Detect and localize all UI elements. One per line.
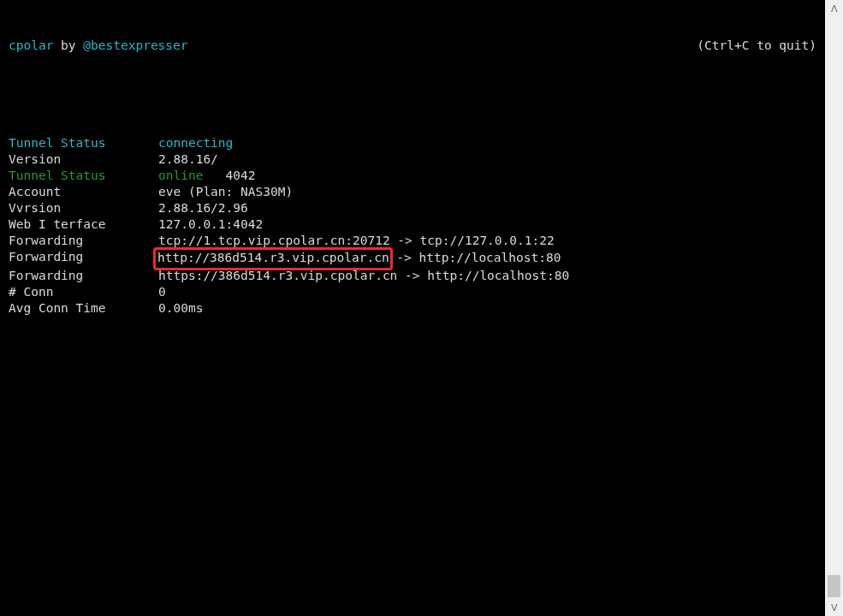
row-value: 127.0.0.1:4042 xyxy=(158,216,263,233)
status-row: Forwardingtcp://1.tcp.vip.cpolar.cn:2071… xyxy=(9,233,816,249)
status-row: Forwardinghttp://386d514.r3.vip.cpolar.c… xyxy=(9,249,816,268)
row-label: Web I terface xyxy=(9,216,158,233)
app-name: cpolar xyxy=(9,38,53,52)
row-value: connecting xyxy=(158,135,233,151)
status-row: Version2.88.16/ xyxy=(9,151,816,168)
scroll-up-icon[interactable]: ᐱ xyxy=(825,0,843,17)
app-container: cpolar by @bestexpresser (Ctrl+C to quit… xyxy=(0,0,843,616)
row-label: Forwarding xyxy=(9,233,158,249)
status-row: Web I terface127.0.0.1:4042 xyxy=(9,216,816,233)
status-rows: Tunnel StatusconnectingVersion2.88.16/Tu… xyxy=(9,135,816,317)
row-value: http://386d514.r3.vip.cpolar.cn -> http:… xyxy=(158,249,561,268)
row-label: Tunnel Status xyxy=(9,135,158,151)
status-row: Accounteve (Plan: NAS30M) xyxy=(9,184,816,200)
status-row: Avg Conn Time0.00ms xyxy=(9,300,816,317)
row-label: Version xyxy=(9,151,158,168)
app-title: cpolar by @bestexpresser xyxy=(9,38,188,54)
row-value-suffix: -> http://localhost:80 xyxy=(389,251,561,264)
status-row: Forwardinghttps://386d514.r3.vip.cpolar.… xyxy=(9,268,816,284)
row-value: 0 xyxy=(158,284,166,300)
row-label: Account xyxy=(9,184,158,200)
row-label: Avg Conn Time xyxy=(9,300,158,317)
scroll-down-icon[interactable]: ᐯ xyxy=(825,599,843,616)
row-label: # Conn xyxy=(9,284,158,300)
terminal-panel[interactable]: cpolar by @bestexpresser (Ctrl+C to quit… xyxy=(0,0,825,616)
terminal-header: cpolar by @bestexpresser (Ctrl+C to quit… xyxy=(9,38,816,54)
status-row: # Conn0 xyxy=(9,284,816,300)
by-text: by xyxy=(53,38,83,52)
row-label: Forwarding xyxy=(9,249,158,268)
status-row: Tunnel Statusonline 4042 xyxy=(9,168,816,184)
row-label: Forwarding xyxy=(9,268,158,284)
status-row: Tunnel Statusconnecting xyxy=(9,135,816,151)
row-label: Tunnel Status xyxy=(9,168,158,184)
row-value: https://386d514.r3.vip.cpolar.cn -> http… xyxy=(158,268,569,284)
row-value: 2.88.16/2.96 xyxy=(158,200,248,216)
author: @bestexpresser xyxy=(83,38,187,52)
scroll-thumb[interactable] xyxy=(828,575,840,597)
row-label: Vvrsion xyxy=(9,200,158,216)
row-value: eve (Plan: NAS30M) xyxy=(158,184,293,200)
scrollbar[interactable]: ᐱ ᐯ xyxy=(825,0,843,616)
row-value-suffix: 4042 xyxy=(203,168,255,184)
status-row: Vvrsion2.88.16/2.96 xyxy=(9,200,816,216)
row-value: 0.00ms xyxy=(158,300,203,317)
quit-hint: (Ctrl+C to quit) xyxy=(697,38,816,54)
highlight-box: http://386d514.r3.vip.cpolar.cn xyxy=(153,247,393,270)
row-value: online xyxy=(158,168,203,184)
spacer xyxy=(9,86,816,103)
row-value: 2.88.16/ xyxy=(158,151,218,168)
